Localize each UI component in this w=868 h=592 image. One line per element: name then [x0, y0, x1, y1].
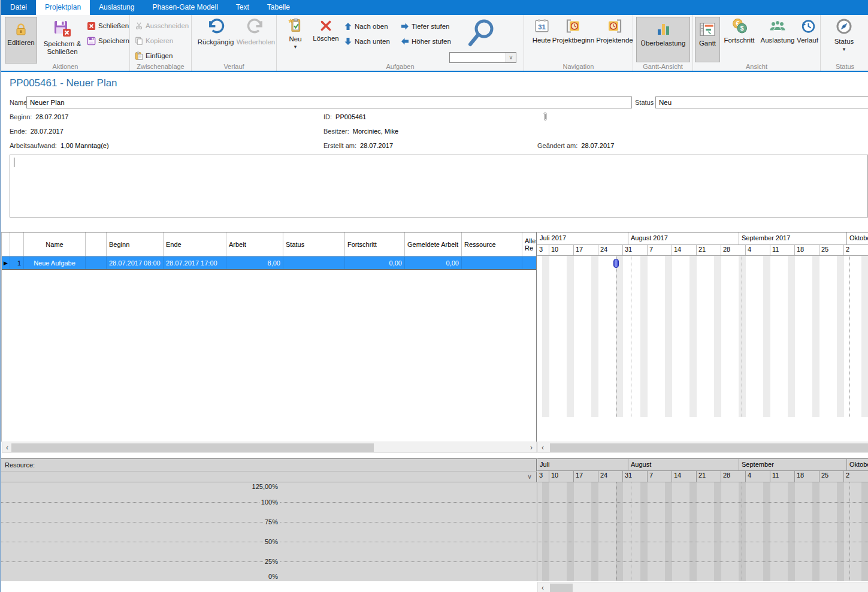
redo-icon	[247, 18, 265, 36]
gantt-scrollbar-thumb[interactable]	[550, 443, 868, 452]
tab-phasen-gate-modell[interactable]: Phasen-Gate Modell	[143, 0, 226, 15]
resource-horizontal-scrollbar[interactable]: ‹	[537, 582, 868, 592]
scroll-left-icon[interactable]: ‹	[539, 443, 547, 452]
kopieren-button[interactable]: Kopieren	[135, 35, 173, 47]
project-end-icon	[606, 18, 623, 34]
wiederholen-button[interactable]: Wiederholen	[236, 18, 276, 46]
tab-auslastung[interactable]: Auslastung	[90, 0, 143, 15]
tab-projektplan[interactable]: Projektplan	[36, 0, 90, 15]
month-gridline	[631, 256, 631, 417]
cell-arbeit[interactable]: 8,00	[226, 256, 283, 269]
tab-text[interactable]: Text	[227, 0, 258, 15]
gantt-task-bar[interactable]	[613, 259, 619, 268]
column-header-rownum[interactable]	[10, 232, 24, 256]
neu-dropdown-caret-icon[interactable]: ▾	[294, 44, 297, 49]
gantt-week-label: 31	[623, 245, 648, 255]
ribbon-tab-bar: Datei Projektplan Auslastung Phasen-Gate…	[1, 0, 868, 15]
tab-datei[interactable]: Datei	[1, 0, 36, 15]
neu-button[interactable]: Neu ▾	[283, 17, 308, 49]
resource-week-label: 21	[697, 471, 721, 482]
column-header-info[interactable]	[86, 232, 107, 256]
cut-icon	[135, 22, 143, 30]
column-header-ende[interactable]: Ende	[164, 232, 226, 256]
scroll-left-icon[interactable]: ‹	[3, 443, 11, 452]
column-header-fortschritt[interactable]: Fortschritt	[345, 232, 405, 256]
column-header-status[interactable]: Status	[283, 232, 345, 256]
projektbeginn-button[interactable]: Projektbeginn	[548, 18, 598, 44]
undo-icon	[207, 18, 225, 36]
resource-panel-header: Resource:	[1, 458, 537, 482]
cell-alle-ressourcen[interactable]	[522, 256, 536, 269]
cell-fortschritt[interactable]: 0,00	[345, 256, 405, 269]
einfuegen-button[interactable]: Einfügen	[135, 50, 173, 62]
fortschritt-button[interactable]: €$ Fortschritt	[721, 18, 758, 44]
resource-week-label: 14	[672, 471, 697, 482]
description-textarea[interactable]	[10, 155, 868, 218]
speichern-button[interactable]: Speichern	[87, 35, 129, 47]
table-scrollbar-thumb[interactable]	[11, 443, 374, 452]
projektende-button[interactable]: Projektende	[597, 18, 632, 44]
column-header-indicator[interactable]	[2, 232, 10, 256]
task-search-combobox[interactable]: ∨	[449, 52, 516, 63]
table-row[interactable]: ▶ 1 Neue Aufgabe 28.07.2017 08:00 28.07.…	[2, 256, 536, 270]
axis-label-125: 125,00%	[250, 483, 280, 490]
resource-chart-timeline[interactable]	[537, 482, 868, 581]
cell-info[interactable]	[86, 256, 107, 269]
task-search-input[interactable]	[450, 53, 506, 62]
resource-week-label: 4	[746, 471, 770, 482]
name-input[interactable]	[26, 96, 632, 108]
editieren-button[interactable]: Editieren	[5, 17, 37, 64]
nach-oben-button[interactable]: Nach oben	[344, 20, 388, 32]
column-header-arbeit[interactable]: Arbeit	[226, 232, 283, 256]
resource-chevron-down-icon[interactable]: ∨	[527, 473, 532, 481]
gantt-week-header: 310172431714212841118252	[537, 245, 868, 256]
nach-unten-button[interactable]: Nach unten	[344, 35, 390, 47]
resource-week-label: 3	[537, 471, 549, 482]
search-icon[interactable]	[464, 17, 498, 50]
resource-week-label: 28	[721, 471, 746, 482]
scroll-left-icon[interactable]: ‹	[539, 583, 547, 592]
column-header-name[interactable]: Name	[24, 232, 86, 256]
column-header-gemeldete-arbeit[interactable]: Gemeldete Arbeit	[405, 232, 462, 256]
cell-ressource[interactable]	[462, 256, 522, 269]
gantt-body[interactable]	[537, 256, 868, 417]
status-button[interactable]: Status ▾	[827, 17, 861, 52]
zwischenablage-group-label: Zwischenablage	[130, 63, 191, 70]
resource-week-label: 2	[844, 471, 868, 482]
combo-dropdown-icon[interactable]: ∨	[506, 53, 516, 62]
cell-beginn[interactable]: 28.07.2017 08:00	[107, 256, 164, 269]
ausschneiden-button[interactable]: Ausschneiden	[135, 20, 189, 32]
status-dropdown-caret-icon[interactable]: ▾	[843, 47, 846, 52]
verlauf-view-label: Verlauf	[797, 37, 818, 44]
status-input[interactable]	[655, 96, 868, 108]
tiefer-stufen-button[interactable]: Tiefer stufen	[401, 20, 450, 32]
gantt-button[interactable]: Gantt	[695, 17, 720, 62]
column-header-alle-ressourcen[interactable]: Alle Re	[522, 232, 536, 256]
resource-scrollbar-thumb[interactable]	[550, 584, 573, 592]
arbeitsaufwand-label: Arbeitsaufwand:	[10, 142, 57, 149]
schliessen-button[interactable]: Schließen	[87, 20, 129, 32]
cell-ende[interactable]: 28.07.2017 17:00	[164, 256, 226, 269]
ende-label: Ende:	[10, 128, 27, 135]
rueckgaengig-button[interactable]: Rückgängig	[195, 18, 236, 46]
gantt-horizontal-scrollbar[interactable]: ‹	[537, 442, 868, 453]
cell-name[interactable]: Neue Aufgabe	[24, 256, 86, 269]
ueberbelastung-button[interactable]: Überbelastung	[636, 17, 690, 62]
hoeher-stufen-label: Höher stufen	[412, 38, 451, 45]
cell-gemeldete-arbeit[interactable]: 0,00	[405, 256, 462, 269]
speichern-schliessen-button[interactable]: Speichern & Schließen	[39, 17, 86, 66]
auslastung-button[interactable]: Auslastung	[759, 18, 796, 44]
cell-status[interactable]	[283, 256, 345, 269]
tab-tabelle[interactable]: Tabelle	[258, 0, 299, 15]
row-indicator-icon: ▶	[2, 256, 10, 269]
paperclip-icon[interactable]	[542, 111, 548, 122]
column-header-beginn[interactable]: Beginn	[107, 232, 164, 256]
column-header-ressource[interactable]: Ressource	[462, 232, 522, 256]
loeschen-button[interactable]: Löschen	[310, 17, 341, 43]
task-table-header: Name Beginn Ende Arbeit Status Fortschri…	[2, 232, 536, 256]
scroll-right-icon[interactable]: ›	[527, 443, 536, 452]
ribbon-group-status: Status ▾ Status	[821, 15, 868, 71]
table-horizontal-scrollbar[interactable]: ‹ ›	[2, 442, 537, 453]
hoeher-stufen-button[interactable]: Höher stufen	[401, 35, 451, 47]
verlauf-button[interactable]: Verlauf	[795, 18, 820, 44]
